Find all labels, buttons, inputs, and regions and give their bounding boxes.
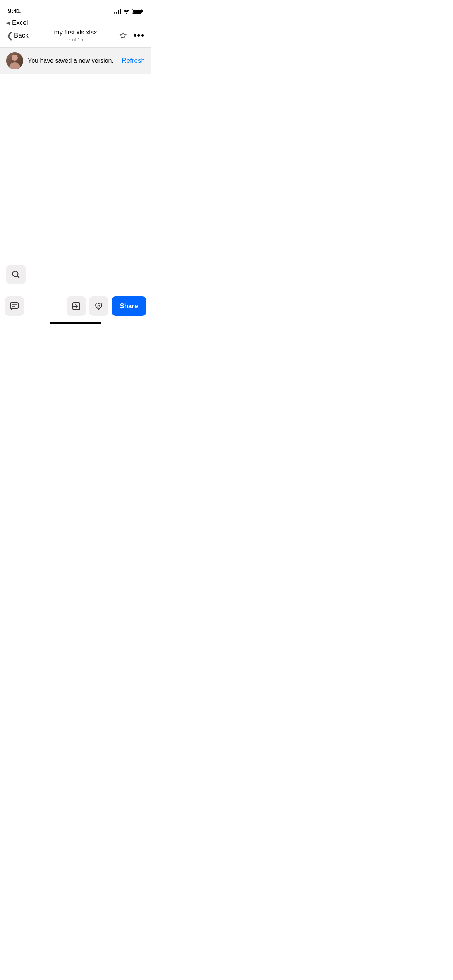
star-button[interactable]: ☆ (119, 31, 127, 40)
file-title: my first xls.xlsx (33, 29, 118, 36)
back-button[interactable]: ❮ Back (6, 31, 33, 41)
search-icon (12, 270, 20, 279)
status-time: 9:41 (8, 7, 21, 15)
share-label: Share (120, 302, 138, 310)
main-content (0, 75, 151, 265)
notification-banner: You have saved a new version. Refresh (0, 47, 151, 74)
header-center: my first xls.xlsx 7 of 15 (33, 29, 118, 43)
home-indicator (50, 322, 101, 324)
file-header: ❮ Back my first xls.xlsx 7 of 15 ☆ ••• (0, 28, 151, 47)
avatar (6, 52, 23, 69)
file-position: 7 of 15 (33, 37, 118, 43)
content-area: 9:41 (0, 0, 151, 327)
back-chevron-icon: ❮ (6, 31, 13, 41)
svg-line-1 (17, 276, 20, 278)
back-app-chevron-icon: ◂ (6, 19, 10, 27)
status-icons (114, 9, 143, 14)
export-icon (72, 302, 81, 311)
signature-icon (94, 302, 103, 311)
signal-bars-icon (114, 9, 121, 14)
header-actions: ☆ ••• (118, 31, 145, 40)
battery-icon (132, 9, 143, 14)
refresh-button[interactable]: Refresh (122, 57, 145, 65)
comment-icon (10, 302, 19, 311)
share-button[interactable]: Share (112, 296, 146, 316)
notification-message: You have saved a new version. (28, 57, 117, 64)
status-bar: 9:41 (0, 0, 151, 17)
avatar-image (6, 52, 23, 69)
back-app-label: Excel (12, 19, 28, 27)
back-app-row: ◂ Excel (0, 17, 151, 28)
svg-point-7 (98, 305, 100, 307)
comment-button[interactable] (5, 296, 24, 316)
svg-rect-2 (10, 303, 18, 308)
export-button[interactable] (67, 296, 86, 316)
signature-button[interactable] (89, 296, 108, 316)
back-app-link[interactable]: ◂ Excel (6, 19, 28, 27)
back-text: Back (14, 32, 29, 39)
page-wrapper: 9:41 (0, 0, 151, 327)
wifi-icon (124, 9, 130, 14)
more-button[interactable]: ••• (134, 31, 145, 40)
search-button[interactable] (6, 265, 26, 284)
